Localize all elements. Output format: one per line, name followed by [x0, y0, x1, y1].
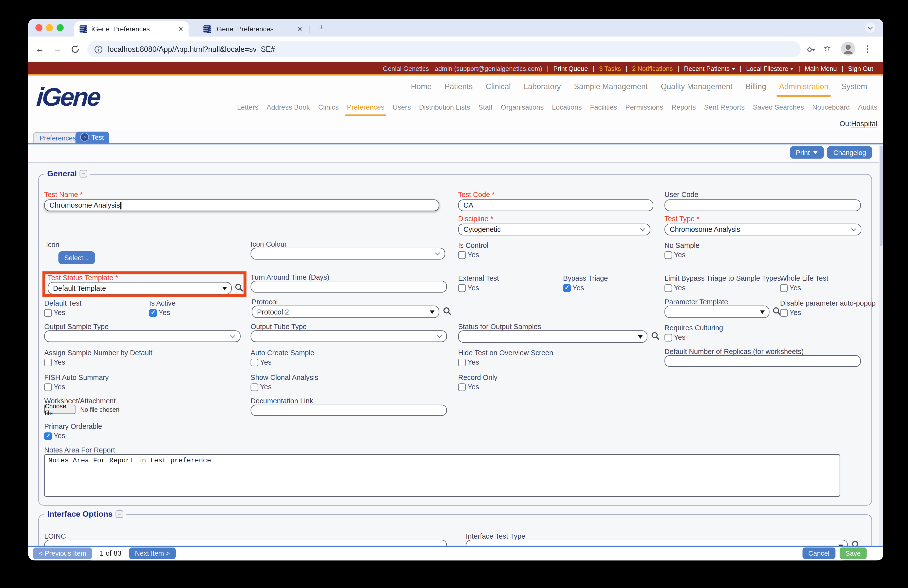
- tab-close-icon[interactable]: ✕: [178, 25, 184, 33]
- output-tube-type-select[interactable]: [251, 330, 447, 342]
- subnav-reports[interactable]: Reports: [671, 103, 696, 111]
- previous-item-button[interactable]: < Previous Item: [33, 548, 92, 559]
- traffic-light-minimize-icon[interactable]: [46, 24, 53, 31]
- reload-icon[interactable]: [71, 45, 80, 54]
- subnav-organisations[interactable]: Organisations: [501, 103, 544, 111]
- subnav-users[interactable]: Users: [393, 103, 411, 111]
- browser-tab-inactive[interactable]: iGene: Preferences ✕: [198, 21, 307, 37]
- nav-home[interactable]: Home: [411, 82, 431, 91]
- interface-test-type-select[interactable]: [466, 540, 848, 546]
- ou-hospital-link[interactable]: Hospital: [851, 120, 877, 128]
- subnav-sent-reports[interactable]: Sent Reports: [704, 103, 745, 111]
- user-code-input[interactable]: [665, 200, 861, 211]
- passwords-key-icon[interactable]: [807, 45, 816, 54]
- nav-administration[interactable]: Administration: [779, 82, 829, 91]
- turn-around-time-input[interactable]: [251, 281, 447, 293]
- primary-orderable-checkbox[interactable]: [44, 432, 52, 440]
- local-filestore-menu[interactable]: Local Filestore: [746, 64, 794, 72]
- save-button[interactable]: Save: [839, 548, 866, 559]
- icon-colour-select[interactable]: [251, 248, 445, 260]
- whole-life-test-checkbox[interactable]: [780, 284, 787, 292]
- disable-param-popup-checkbox[interactable]: [780, 309, 787, 316]
- bypass-triage-checkbox[interactable]: [563, 284, 571, 292]
- nav-quality-management[interactable]: Quality Management: [661, 82, 733, 91]
- loinc-input[interactable]: [44, 540, 447, 546]
- is-active-checkbox[interactable]: [149, 309, 157, 316]
- requires-culturing-checkbox[interactable]: [665, 333, 672, 341]
- bookmark-star-icon[interactable]: ☆: [823, 43, 831, 53]
- url-bar[interactable]: localhost:8080/App/App.html?null&locale=…: [87, 41, 801, 57]
- is-control-checkbox[interactable]: [458, 251, 466, 259]
- subnav-noticeboard[interactable]: Noticeboard: [812, 103, 850, 111]
- new-tab-button[interactable]: +: [318, 22, 324, 32]
- test-status-template-select[interactable]: Default Template: [48, 282, 232, 294]
- subnav-staff[interactable]: Staff: [478, 103, 493, 111]
- choose-file-button[interactable]: Choose file: [44, 404, 76, 414]
- browser-tab-active[interactable]: iGene: Preferences ✕: [74, 21, 189, 37]
- cancel-button[interactable]: Cancel: [802, 548, 835, 559]
- next-item-button[interactable]: Next Item >: [129, 548, 175, 559]
- nav-clinical[interactable]: Clinical: [486, 82, 511, 91]
- subnav-address-book[interactable]: Address Book: [266, 103, 310, 111]
- subnav-audits[interactable]: Audits: [858, 103, 877, 111]
- subnav-permissions[interactable]: Permissions: [625, 103, 663, 111]
- protocol-lookup-icon[interactable]: [443, 307, 452, 316]
- recent-patients-menu[interactable]: Recent Patients: [684, 64, 735, 72]
- scrollbar-thumb[interactable]: [880, 146, 882, 246]
- subnav-clinics[interactable]: Clinics: [318, 103, 338, 111]
- sign-out-link[interactable]: Sign Out: [848, 64, 873, 72]
- nav-laboratory[interactable]: Laboratory: [523, 82, 561, 91]
- status-output-samples-select[interactable]: [458, 330, 647, 343]
- test-name-input[interactable]: Chromosome Analysis: [44, 200, 439, 211]
- assign-sample-number-checkbox[interactable]: [44, 358, 52, 366]
- hide-test-overview-checkbox[interactable]: [458, 358, 466, 366]
- test-type-select[interactable]: Chromosome Analysis: [665, 224, 861, 235]
- browser-menu-icon[interactable]: ⋮: [863, 44, 872, 54]
- protocol-select[interactable]: Protocol 2: [252, 306, 439, 318]
- nav-sample-management[interactable]: Sample Management: [574, 82, 648, 91]
- notifications-link[interactable]: 2 Notifications: [632, 64, 673, 72]
- subnav-preferences[interactable]: Preferences: [347, 103, 385, 111]
- subnav-locations[interactable]: Locations: [552, 103, 582, 111]
- external-test-checkbox[interactable]: [458, 284, 466, 292]
- limit-bypass-checkbox[interactable]: [665, 284, 672, 292]
- tab-test[interactable]: × Test: [76, 131, 109, 143]
- main-menu-link[interactable]: Main Menu: [805, 64, 837, 72]
- subnav-saved-searches[interactable]: Saved Searches: [753, 103, 804, 111]
- tab-preferences[interactable]: Preferences: [33, 132, 83, 143]
- print-button[interactable]: Print: [790, 147, 824, 159]
- tab-close-icon[interactable]: ✕: [297, 25, 303, 33]
- default-test-checkbox[interactable]: [44, 309, 52, 316]
- collapse-icon[interactable]: −: [116, 510, 123, 518]
- subnav-facilities[interactable]: Facilities: [590, 103, 617, 111]
- interface-test-type-lookup-icon[interactable]: [852, 540, 860, 546]
- auto-create-sample-checkbox[interactable]: [251, 358, 258, 366]
- documentation-link-input[interactable]: [251, 404, 447, 416]
- traffic-light-zoom-icon[interactable]: [56, 24, 64, 31]
- show-clonal-analysis-checkbox[interactable]: [251, 383, 258, 391]
- tab-close-icon[interactable]: ×: [80, 133, 89, 141]
- nav-billing[interactable]: Billing: [745, 82, 766, 91]
- print-queue-link[interactable]: Print Queue: [554, 64, 588, 72]
- back-icon[interactable]: ←: [35, 44, 44, 54]
- test-code-input[interactable]: CA: [458, 200, 654, 211]
- fish-auto-summary-checkbox[interactable]: [44, 383, 52, 391]
- default-replicas-input[interactable]: [665, 355, 861, 367]
- output-sample-type-select[interactable]: [44, 330, 241, 342]
- discipline-select[interactable]: Cytogenetic: [458, 224, 650, 235]
- record-only-checkbox[interactable]: [458, 383, 466, 391]
- scrollbar[interactable]: [879, 144, 883, 546]
- icon-select-button[interactable]: Select...: [58, 251, 95, 264]
- test-status-template-lookup-icon[interactable]: [235, 283, 243, 292]
- tab-search-chevron-icon[interactable]: [865, 23, 876, 33]
- no-sample-checkbox[interactable]: [665, 251, 672, 259]
- status-output-samples-lookup-icon[interactable]: [651, 332, 660, 340]
- subnav-distribution-lists[interactable]: Distribution Lists: [419, 103, 470, 111]
- notes-area-textarea[interactable]: Notes Area For Report in test preference: [44, 454, 840, 497]
- nav-patients[interactable]: Patients: [444, 82, 473, 91]
- collapse-icon[interactable]: −: [80, 170, 87, 177]
- url-text[interactable]: localhost:8080/App/App.html?null&locale=…: [108, 45, 275, 54]
- forward-icon[interactable]: →: [53, 44, 62, 54]
- changelog-button[interactable]: Changelog: [828, 147, 872, 159]
- nav-system[interactable]: System: [841, 82, 867, 91]
